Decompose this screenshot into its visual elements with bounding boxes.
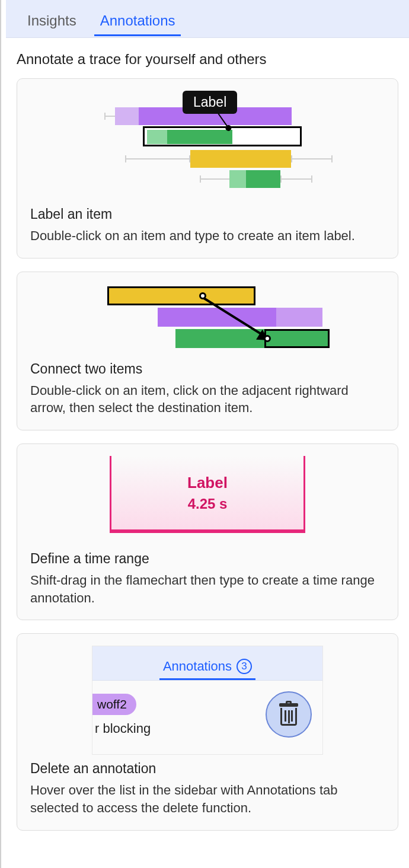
page-title: Annotate a trace for yourself and others	[17, 51, 398, 68]
tab-insights[interactable]: Insights	[15, 2, 88, 37]
range-label: Label	[187, 474, 228, 492]
panel-resize-gutter[interactable]	[0, 0, 6, 868]
help-card-delete-annotation: Annotations 3 woff2 r blocking	[17, 633, 398, 830]
card-title: Label an item	[30, 206, 385, 222]
sidebar-tabs: Insights Annotations	[6, 0, 409, 38]
illustration-connect-items	[30, 284, 385, 355]
illustration-label-item: Label	[30, 91, 385, 200]
card-body: Double-click on an item, click on the ad…	[30, 382, 385, 417]
label-tooltip: Label	[183, 91, 237, 114]
annotation-count-badge: 3	[237, 659, 252, 674]
help-card-label-item: Label	[17, 78, 398, 259]
help-card-connect-items: Connect two items Double-click on an ite…	[17, 272, 398, 430]
tab-annotations[interactable]: Annotations	[88, 2, 187, 37]
card-title: Delete an annotation	[30, 761, 385, 777]
range-value: 4.25 s	[188, 496, 228, 512]
illustration-delete-annotation: Annotations 3 woff2 r blocking	[30, 646, 385, 755]
card-body: Hover over the list in the sidebar with …	[30, 781, 385, 816]
card-title: Connect two items	[30, 361, 385, 377]
illustration-time-range: Label 4.25 s	[30, 456, 385, 545]
annotation-chip: woff2	[92, 694, 136, 715]
card-title: Define a time range	[30, 551, 385, 567]
help-card-time-range: Label 4.25 s Define a time range Shift-d…	[17, 443, 398, 620]
annotation-text: r blocking	[95, 721, 151, 736]
delete-annotation-button[interactable]	[266, 691, 312, 738]
inner-tab-annotations[interactable]: Annotations 3	[159, 652, 255, 680]
card-body: Double-click on an item and type to crea…	[30, 227, 385, 245]
inner-tab-label: Annotations	[163, 659, 232, 674]
trash-icon	[279, 703, 298, 726]
card-body: Shift-drag in the flamechart then type t…	[30, 572, 385, 607]
